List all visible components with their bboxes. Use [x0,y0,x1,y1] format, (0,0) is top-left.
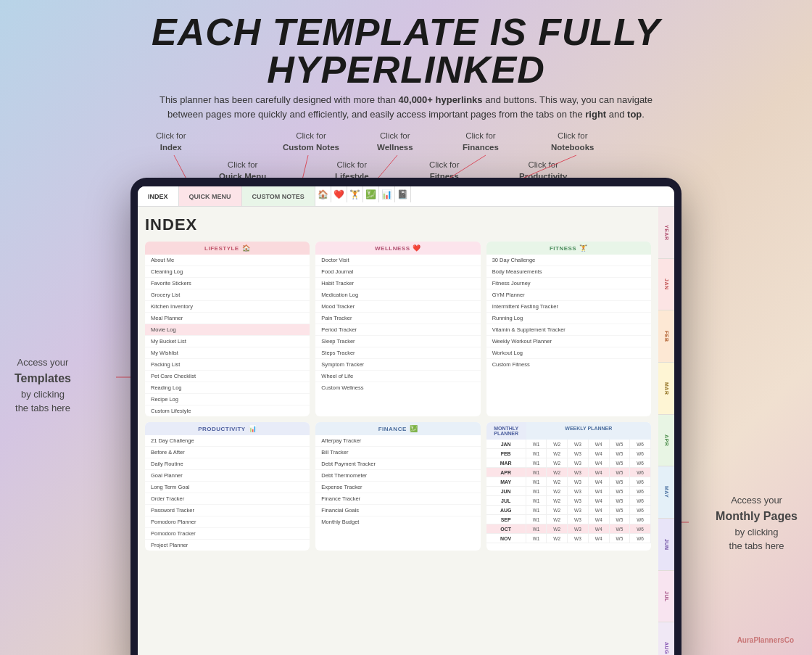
productivity-item[interactable]: Password Tracker [145,505,310,516]
planner-row[interactable]: JAN W1 W2 W3 W4 W5 W6 [486,440,651,449]
month-aug[interactable]: AUG [486,506,526,514]
month-nov[interactable]: NOV [486,534,526,543]
tab-productivity-icon[interactable]: 📊 [379,186,395,202]
wellness-item[interactable]: Symptom Tracker [315,359,480,371]
fitness-item[interactable]: Vitamin & Supplement Tracker [486,324,651,336]
month-apr[interactable]: APR [486,468,526,477]
week-w2[interactable]: W2 [547,440,568,448]
productivity-item[interactable]: Long Term Goal [145,482,310,493]
lifestyle-item[interactable]: Recipe Log [145,394,310,405]
right-tab-may[interactable]: MAY [658,466,674,519]
week-w3[interactable]: W3 [568,440,589,448]
lifestyle-item[interactable]: Favorite Stickers [145,278,310,289]
right-tab-feb[interactable]: FEB [658,310,674,363]
lifestyle-item[interactable]: Custom Lifestyle [145,405,310,416]
wellness-item[interactable]: Period Tracker [315,324,480,336]
tab-finances-icon[interactable]: 💹 [363,186,379,202]
month-jul[interactable]: JUL [486,496,526,505]
fitness-item[interactable]: Workout Log [486,347,651,359]
planner-row[interactable]: JUN W1W2W3W4W5W6 [486,487,651,496]
lifestyle-item[interactable]: My Bucket List [145,336,310,347]
tab-lifestyle-icon[interactable]: 🏠 [315,186,331,202]
wellness-item[interactable]: Wheel of Life [315,371,480,382]
productivity-item[interactable]: Project Planner [145,540,310,551]
right-tab-year[interactable]: YEAR [658,207,674,259]
right-tab-mar[interactable]: MAR [658,363,674,415]
week-w1[interactable]: W1 [526,440,547,448]
lifestyle-item-movie-log[interactable]: Movie Log [145,324,310,336]
week-w5[interactable]: W5 [610,440,631,448]
tab-wellness-icon[interactable]: ❤️ [331,186,347,202]
week-w6[interactable]: W6 [630,440,651,448]
planner-row[interactable]: MAY W1W2W3W4W5W6 [486,477,651,487]
planner-row[interactable]: OCT W1W2W3W4W5W6 [486,524,651,534]
finance-item[interactable]: Monthly Budget [315,516,480,527]
finance-item[interactable]: Afterpay Tracker [315,435,480,447]
fitness-item[interactable]: 30 Day Challenge [486,255,651,266]
wellness-item[interactable]: Custom Wellness [315,382,480,393]
tab-index[interactable]: INDEX [138,186,179,206]
fitness-item[interactable]: Body Measurements [486,266,651,278]
right-tab-jul[interactable]: JUL [658,571,674,623]
month-sep[interactable]: SEP [486,515,526,524]
productivity-item[interactable]: 21 Day Challenge [145,435,310,447]
finance-item[interactable]: Bill Tracker [315,447,480,458]
month-may[interactable]: MAY [486,477,526,486]
wellness-item[interactable]: Doctor Visit [315,255,480,266]
lifestyle-item[interactable]: My Wishlist [145,347,310,359]
fitness-item[interactable]: Weekly Workout Planner [486,336,651,347]
month-feb[interactable]: FEB [486,449,526,458]
productivity-item[interactable]: Pomodoro Planner [145,516,310,528]
fitness-item[interactable]: Intermittent Fasting Tracker [486,301,651,313]
planner-row[interactable]: SEP W1W2W3W4W5W6 [486,515,651,524]
wellness-item[interactable]: Sleep Tracker [315,336,480,347]
productivity-item[interactable]: Before & After [145,447,310,458]
lifestyle-item[interactable]: Kitchen Inventory [145,301,310,313]
productivity-item[interactable]: Order Tracker [145,493,310,505]
tab-bar[interactable]: INDEX QUICK MENU CUSTOM NOTES 🏠 ❤️ 🏋️ 💹 … [138,186,674,207]
tab-fitness-icon[interactable]: 🏋️ [347,186,363,202]
finance-item[interactable]: Financial Goals [315,505,480,516]
right-tab-jan[interactable]: JAN [658,259,674,311]
right-tab-aug[interactable]: AUG [658,622,674,655]
finance-item[interactable]: Finance Tracker [315,493,480,505]
lifestyle-item[interactable]: Reading Log [145,382,310,394]
wellness-item[interactable]: Habit Tracker [315,278,480,289]
wellness-item[interactable]: Pain Tracker [315,313,480,324]
planner-row[interactable]: NOV W1W2W3W4W5W6 [486,534,651,543]
planner-row[interactable]: APR W1W2W3W4W5W6 [486,468,651,477]
month-jun[interactable]: JUN [486,487,526,495]
month-oct[interactable]: OCT [486,524,526,533]
wellness-item[interactable]: Steps Tracker [315,347,480,359]
week-w4[interactable]: W4 [589,440,610,448]
lifestyle-item[interactable]: Pet Care Checklist [145,371,310,382]
planner-row[interactable]: JUL W1W2W3W4W5W6 [486,496,651,506]
fitness-item[interactable]: GYM Planner [486,289,651,301]
lifestyle-item[interactable]: Packing List [145,359,310,371]
tab-custom-notes[interactable]: CUSTOM NOTES [242,186,315,206]
right-tab-apr[interactable]: APR [658,415,674,467]
finance-item[interactable]: Expense Tracker [315,482,480,493]
productivity-item[interactable]: Goal Planner [145,470,310,482]
productivity-item[interactable]: Pomodoro Tracker [145,528,310,540]
right-tab-jun[interactable]: JUN [658,519,674,571]
fitness-item[interactable]: Fitness Journey [486,278,651,289]
fitness-item[interactable]: Custom Fitness [486,359,651,370]
lifestyle-item[interactable]: Cleaning Log [145,266,310,278]
finance-item[interactable]: Debt Thermometer [315,470,480,482]
lifestyle-item[interactable]: Grocery List [145,289,310,301]
lifestyle-item[interactable]: About Me [145,255,310,266]
month-jan[interactable]: JAN [486,440,526,448]
wellness-item[interactable]: Medication Log [315,289,480,301]
tab-quick-menu[interactable]: QUICK MENU [179,186,242,206]
wellness-item[interactable]: Mood Tracker [315,301,480,313]
lifestyle-item[interactable]: Meal Planner [145,313,310,324]
fitness-item[interactable]: Running Log [486,313,651,324]
wellness-item[interactable]: Food Journal [315,266,480,278]
month-mar[interactable]: MAR [486,458,526,467]
finance-item[interactable]: Debt Payment Tracker [315,458,480,470]
planner-row[interactable]: MAR W1W2W3W4W5W6 [486,458,651,468]
tab-notebooks-icon[interactable]: 📓 [395,186,411,202]
productivity-item[interactable]: Daily Routine [145,458,310,470]
planner-row[interactable]: AUG W1W2W3W4W5W6 [486,506,651,515]
